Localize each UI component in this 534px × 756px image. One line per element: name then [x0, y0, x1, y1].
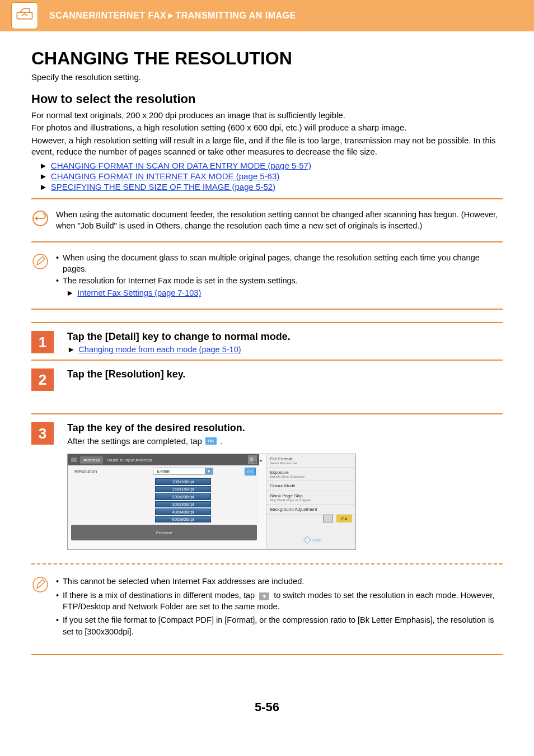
pencil-circle-icon — [31, 253, 49, 270]
note-text: The resolution for Internet Fax mode is … — [63, 276, 298, 287]
bottom-notes: •This cannot be selected when Internet F… — [31, 571, 503, 643]
step-3: 3 Tap the key of the desired resolution.… — [31, 422, 503, 550]
start-button[interactable]: Start — [274, 534, 352, 546]
divider — [31, 360, 503, 361]
dropdown-icon: ▼ — [259, 592, 269, 600]
svg-point-2 — [33, 254, 48, 269]
breadcrumb-section: SCANNER/INTERNET FAX — [49, 11, 166, 20]
bullet-icon: • — [56, 576, 63, 587]
note-adf: When using the automatic document feeder… — [31, 205, 503, 236]
bullet-icon: • — [56, 590, 63, 613]
resolution-label: Resolution — [68, 465, 107, 524]
chevron-right-icon[interactable]: ▸ — [260, 458, 263, 463]
address-placeholder: Touch to input Address — [106, 458, 152, 463]
page-number: 5-56 — [31, 700, 503, 715]
bullet-icon: • — [56, 253, 63, 274]
breadcrumb-page: TRANSMITTING AN IMAGE — [175, 11, 296, 20]
res-option-200[interactable]: 200x200dpi — [155, 493, 211, 500]
side-colour-mode[interactable]: Colour Mode — [266, 481, 355, 491]
svg-point-3 — [33, 577, 48, 592]
device-screenshot: Address Touch to input Address 🔍 ▸ Resol… — [67, 454, 356, 550]
preview-button[interactable]: Preview — [71, 525, 257, 540]
arrow-icon: ► — [67, 345, 75, 354]
step-title: Tap the [Resolution] key. — [67, 368, 503, 380]
intro-text: Specify the resolution setting. — [31, 72, 503, 82]
link-send-size[interactable]: SPECIFYING THE SEND SIZE OF THE IMAGE (p… — [51, 182, 275, 192]
note-text: This cannot be selected when Internet Fa… — [63, 576, 304, 587]
address-label: Address — [80, 456, 103, 464]
scanner-icon — [11, 2, 38, 29]
side-blank-skip[interactable]: Blank Page SkipSkip Blank Page in Origin… — [266, 491, 355, 505]
dashed-divider — [31, 563, 503, 564]
step-title: Tap the [Detail] key to change to normal… — [67, 331, 503, 343]
step-number: 2 — [31, 368, 54, 391]
divider — [31, 309, 503, 310]
arrow-icon: ► — [39, 171, 48, 181]
bullet-icon: • — [56, 276, 63, 287]
step-2: 2 Tap the [Resolution] key. — [31, 368, 503, 391]
step-1: 1 Tap the [Detail] key to change to norm… — [31, 331, 503, 354]
ok-chip-icon: OK — [205, 437, 217, 445]
note-text: If there is a mix of destinations in dif… — [63, 590, 503, 613]
step-title: Tap the key of the desired resolution. — [67, 422, 503, 434]
link-format-ifax[interactable]: CHANGING FORMAT IN INTERNET FAX MODE (pa… — [51, 171, 279, 181]
keyboard-icon — [71, 458, 77, 462]
arrow-icon: ► — [39, 161, 48, 170]
side-bg-adjust[interactable]: Background Adjustment — [266, 505, 355, 515]
ca-button[interactable]: CA — [336, 515, 352, 522]
page-header: SCANNER/INTERNET FAX►TRANSMITTING AN IMA… — [0, 0, 534, 31]
divider — [31, 654, 503, 655]
side-file-format[interactable]: File FormatSelect File Format — [266, 454, 355, 468]
divider — [31, 198, 503, 199]
step-number: 1 — [31, 331, 54, 353]
chevron-down-icon: ▼ — [205, 468, 213, 474]
note-glass: •When using the document glass to scan m… — [31, 248, 503, 303]
arrow-icon: ► — [66, 288, 74, 297]
res-option-300[interactable]: 300x300dpi — [155, 501, 211, 507]
link-changing-mode[interactable]: Changing mode from each mode (page 5-10) — [78, 345, 241, 354]
res-option-150[interactable]: 150x150dpi — [155, 486, 211, 492]
arrow-icon: ► — [39, 182, 48, 192]
paragraph: However, a high resolution setting will … — [31, 135, 503, 158]
paragraph: For photos and illustrations, a high res… — [31, 122, 503, 133]
divider — [31, 241, 503, 242]
pencil-circle-icon — [31, 576, 49, 594]
res-option-600[interactable]: 600x600dpi — [155, 516, 211, 522]
res-option-400[interactable]: 400x400dpi — [155, 508, 211, 515]
note-text: When using the automatic document feeder… — [56, 209, 503, 231]
preview-thumbnail[interactable] — [323, 515, 333, 522]
link-ifax-settings[interactable]: Internet Fax Settings (page 7-103) — [77, 288, 201, 297]
step-after-text: After the settings are completed, tap — [67, 436, 202, 446]
mode-dropdown[interactable]: E-mail ▼ — [153, 468, 213, 475]
res-option-100[interactable]: 100x100dpi — [155, 478, 211, 484]
link-format-scan[interactable]: CHANGING FORMAT IN SCAN OR DATA ENTRY MO… — [51, 161, 311, 170]
search-icon[interactable]: 🔍 — [248, 455, 257, 464]
paragraph: For normal text originals, 200 x 200 dpi… — [31, 110, 503, 121]
return-icon — [31, 209, 49, 227]
breadcrumb: SCANNER/INTERNET FAX►TRANSMITTING AN IMA… — [49, 11, 296, 21]
page-title: CHANGING THE RESOLUTION — [31, 48, 503, 69]
divider — [31, 413, 503, 414]
note-text: When using the document glass to scan mu… — [63, 253, 503, 274]
step-after-suffix: . — [220, 436, 222, 446]
step-number: 3 — [31, 422, 54, 445]
related-links: ►CHANGING FORMAT IN SCAN OR DATA ENTRY M… — [39, 161, 503, 192]
divider — [31, 322, 503, 323]
note-text: If you set the file format to [Compact P… — [63, 614, 503, 637]
side-exposure[interactable]: ExposureSpecify Send Exposure — [266, 468, 355, 481]
ok-button[interactable]: OK — [245, 468, 256, 475]
section-heading: How to select the resolution — [31, 92, 503, 106]
bullet-icon: • — [56, 614, 63, 637]
